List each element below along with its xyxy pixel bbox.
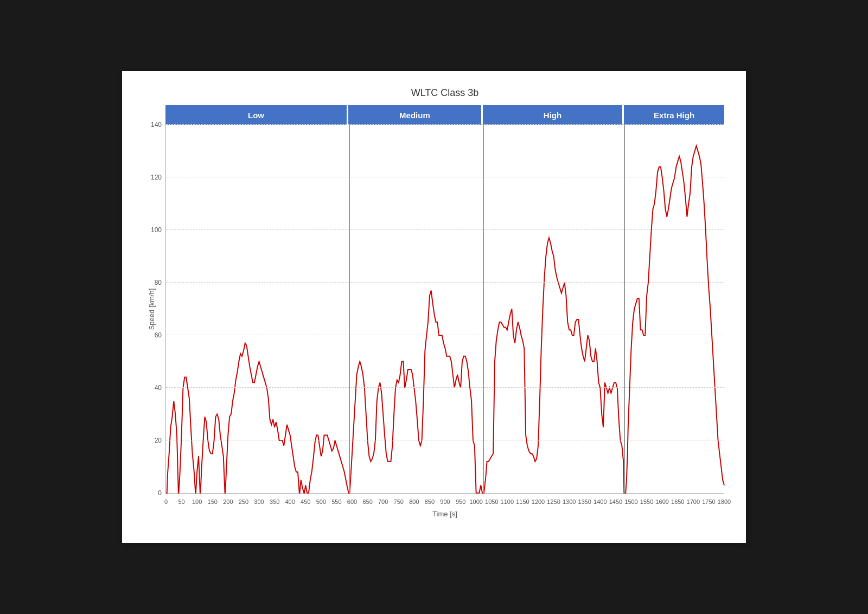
phase-divider-3 <box>624 125 625 493</box>
phase-divider-1 <box>349 125 350 493</box>
chart-container: WLTC Class 3b LowMediumHighExtra High Sp… <box>122 71 746 543</box>
x-tick-550: 550 <box>331 498 341 505</box>
x-tick-900: 900 <box>440 498 450 505</box>
x-tick-950: 950 <box>456 498 465 505</box>
x-tick-700: 700 <box>378 498 388 505</box>
x-tick-1550: 1550 <box>640 498 653 505</box>
x-tick-500: 500 <box>316 498 326 505</box>
grid-line-40 <box>166 387 724 388</box>
y-tick-20: 20 <box>155 437 162 444</box>
y-tick-60: 60 <box>155 331 162 339</box>
x-tick-0: 0 <box>164 498 168 505</box>
y-tick-120: 120 <box>151 174 162 181</box>
grid-line-60 <box>166 335 724 335</box>
x-tick-150: 150 <box>208 498 218 505</box>
x-tick-1350: 1350 <box>578 498 591 505</box>
x-tick-750: 750 <box>394 498 404 505</box>
x-tick-850: 850 <box>425 498 435 505</box>
phase-label-high: High <box>483 105 624 125</box>
x-tick-50: 50 <box>178 498 184 505</box>
grid-line-80 <box>166 282 724 283</box>
x-axis-label: Time [s] <box>165 510 724 518</box>
x-tick-300: 300 <box>254 498 264 505</box>
x-tick-350: 350 <box>270 498 279 505</box>
x-tick-1700: 1700 <box>687 498 700 505</box>
chart-title: WLTC Class 3b <box>165 87 724 99</box>
x-tick-100: 100 <box>192 498 202 505</box>
x-tick-200: 200 <box>223 498 233 505</box>
x-tick-1500: 1500 <box>624 498 637 505</box>
x-tick-1250: 1250 <box>547 498 560 505</box>
x-tick-1300: 1300 <box>563 498 576 505</box>
y-tick-40: 40 <box>155 384 162 392</box>
grid-line-20 <box>166 440 724 440</box>
phase-divider-2 <box>483 125 484 493</box>
grid-line-140 <box>166 124 724 125</box>
x-tick-1200: 1200 <box>532 498 545 505</box>
speed-line-chart <box>166 125 724 493</box>
x-tick-800: 800 <box>409 498 419 505</box>
y-tick-80: 80 <box>155 279 162 286</box>
y-tick-0: 0 <box>158 489 162 497</box>
speed-profile-line <box>166 146 724 493</box>
x-tick-400: 400 <box>285 498 295 505</box>
x-tick-250: 250 <box>239 498 248 505</box>
phase-label-low: Low <box>165 105 348 125</box>
x-tick-600: 600 <box>347 498 357 505</box>
x-tick-1750: 1750 <box>702 498 715 505</box>
x-tick-1800: 1800 <box>718 498 731 505</box>
y-tick-100: 100 <box>151 226 162 234</box>
grid-line-100 <box>166 229 724 230</box>
x-tick-1400: 1400 <box>593 498 607 505</box>
phase-label-medium: Medium <box>348 105 483 125</box>
phase-label-extra-high: Extra High <box>624 105 724 125</box>
x-tick-1650: 1650 <box>671 498 684 505</box>
y-axis-label: Speed [km/h] <box>148 288 156 330</box>
x-tick-1050: 1050 <box>485 498 498 505</box>
x-tick-650: 650 <box>362 498 372 505</box>
x-tick-1450: 1450 <box>609 498 622 505</box>
x-tick-450: 450 <box>301 498 310 505</box>
x-tick-1150: 1150 <box>516 498 529 505</box>
grid-line-120 <box>166 177 724 177</box>
x-tick-1600: 1600 <box>655 498 668 505</box>
y-tick-140: 140 <box>151 121 162 129</box>
x-tick-1100: 1100 <box>501 498 514 505</box>
phase-labels: LowMediumHighExtra High <box>165 105 724 125</box>
chart-area: Speed [km/h] 204060801001201400050100150… <box>165 125 724 494</box>
x-tick-1000: 1000 <box>469 498 482 505</box>
